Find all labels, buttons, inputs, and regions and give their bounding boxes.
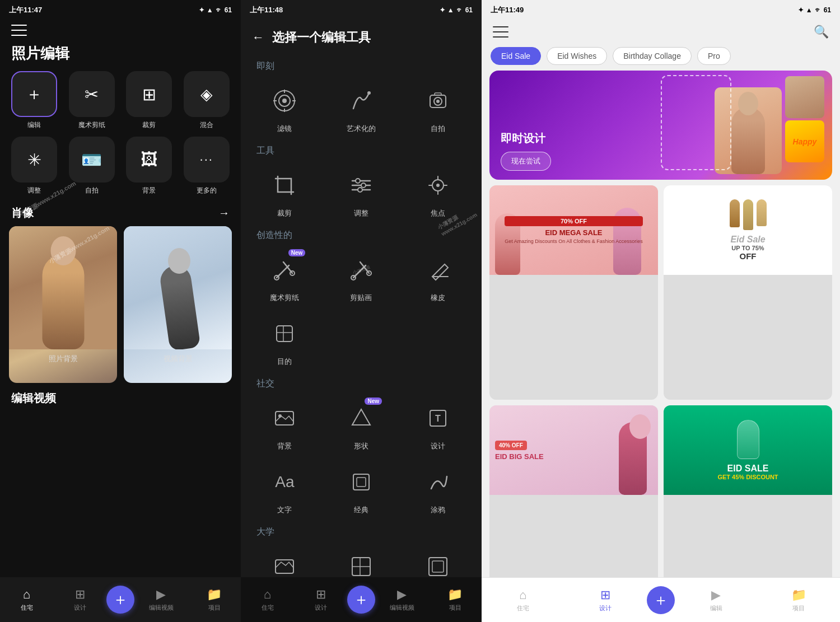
purpose-icon: [265, 314, 304, 353]
tool-classic[interactable]: 经典: [330, 462, 392, 515]
nav-add-button[interactable]: ＋: [106, 586, 134, 614]
tool-adjust2[interactable]: 调整: [330, 166, 392, 218]
tag-birthday-collage[interactable]: Birthday Collage: [613, 47, 692, 65]
tool-magic-cut2[interactable]: New 魔术剪纸: [254, 250, 315, 303]
social-row: 背景 New 形状 T 设计: [241, 393, 482, 457]
nav-design[interactable]: ⊞ 设计: [53, 587, 106, 612]
tool-design2[interactable]: T 设计: [407, 399, 469, 451]
p2-nav-add-button[interactable]: ＋: [347, 586, 375, 614]
portrait-video-bg[interactable]: 视频背景: [124, 226, 232, 383]
eid-big-badge: 40% OFF: [495, 441, 527, 450]
tool-purpose[interactable]: 目的: [254, 314, 315, 367]
tag-pro[interactable]: Pro: [697, 47, 731, 65]
edit-video-section: 编辑视频: [0, 383, 241, 410]
design-banner[interactable]: 即时设计 现在尝试 Happy: [489, 71, 832, 180]
tool-background[interactable]: 🖼 背景: [124, 137, 175, 195]
tag-row: Eid Sale Eid Wishes Birthday Collage Pro: [482, 44, 840, 71]
tool-crop[interactable]: ⊞ 裁剪: [124, 71, 175, 130]
tool-clipart[interactable]: 小薄资源 剪贴画: [330, 250, 392, 303]
tool-crop2[interactable]: 裁剪: [254, 166, 315, 218]
panel-design-templates: 上午11:49 ✦▲ᯤ61 🔍 Eid Sale Eid Wishes Birt…: [482, 0, 840, 622]
p3-nav-add-button[interactable]: ＋: [647, 586, 675, 614]
portrait-arrow[interactable]: →: [218, 207, 230, 219]
svg-point-23: [436, 184, 440, 187]
p2-edit-video-icon: ▶: [397, 587, 407, 602]
crop2-icon: [265, 166, 304, 205]
p3-nav-project[interactable]: 📁 项目: [758, 588, 841, 612]
magic-cut2-icon: New: [265, 250, 304, 289]
tool-edit-label: 编辑: [27, 120, 41, 130]
status-icons-1: ✦▲ᯤ61: [199, 6, 232, 14]
project-icon: 📁: [207, 587, 222, 602]
new-badge-magic: New: [288, 249, 306, 256]
nav-home[interactable]: ⌂ 住宅: [0, 587, 53, 612]
search-icon[interactable]: 🔍: [814, 25, 829, 39]
tool-filter[interactable]: 滤镜: [254, 81, 315, 134]
tool-text[interactable]: Aa 文字: [254, 462, 315, 515]
filter-label: 滤镜: [277, 124, 292, 134]
p3-nav-home[interactable]: ⌂ 住宅: [482, 588, 564, 612]
p2-nav-edit-video[interactable]: ▶ 编辑视频: [375, 587, 428, 612]
nav-edit-video[interactable]: ▶ 编辑视频: [134, 587, 188, 612]
tool-selfie-label: 自拍: [85, 186, 99, 195]
menu-button[interactable]: [11, 25, 27, 36]
try-now-button[interactable]: 现在尝试: [501, 152, 551, 171]
tool-eraser[interactable]: 橡皮: [407, 250, 469, 303]
magic-cut-icon-box: ✂: [69, 71, 115, 117]
tool-selfie[interactable]: 🪪 自拍: [67, 137, 118, 195]
tool-artistic[interactable]: 艺术化的: [330, 81, 392, 134]
tool-doodle[interactable]: 涂鸦: [407, 462, 469, 515]
tool-selfie2[interactable]: 自拍: [407, 81, 469, 134]
empty-cell-2: [407, 314, 469, 367]
p2-nav-home[interactable]: ⌂ 住宅: [241, 587, 294, 612]
portrait-row: 照片背景 视频背景: [0, 226, 241, 383]
background-icon: 🖼: [141, 150, 157, 169]
selfie-icon-box: 🪪: [69, 137, 115, 183]
tag-eid-wishes[interactable]: Eid Wishes: [547, 47, 607, 65]
tool-shape[interactable]: New 形状: [330, 399, 392, 451]
adjust2-label: 调整: [354, 208, 368, 218]
bg2-label: 背景: [277, 441, 292, 451]
tool-focus[interactable]: 焦点: [407, 166, 469, 218]
banner-text: 即时设计 现在尝试: [501, 131, 551, 171]
instant-tools: 滤镜 艺术化的 自拍: [241, 76, 482, 139]
p3-nav-edit[interactable]: ▶ 编辑: [675, 588, 758, 612]
selfie2-label: 自拍: [431, 124, 445, 134]
eid-mega-title: EID MEGA SALE: [505, 228, 643, 237]
panel-photo-edit: 上午11:47 ✦▲ᯤ61 照片编辑 ＋ 编辑 ✂ 魔术剪纸 ⊞ 裁剪: [0, 0, 241, 622]
eid-cosmetics-title: Eid Sale: [730, 235, 765, 245]
card-eid-mega[interactable]: 70% OFF EID MEGA SALE Get Amazing Discou…: [489, 185, 658, 400]
eid-cosmetics-up: UP TO 75%: [731, 245, 764, 251]
tag-eid-sale[interactable]: Eid Sale: [491, 47, 541, 65]
adjust-icon: ✳: [27, 150, 41, 170]
svg-point-15: [356, 179, 360, 183]
menu-button-3[interactable]: [493, 26, 508, 38]
panel-editor-tools: 上午11:48 ✦▲ᯤ61 ← 选择一个编辑工具 即刻 滤镜: [241, 0, 482, 622]
crop-icon-box: ⊞: [126, 71, 172, 117]
tool-blend[interactable]: ◈ 混合: [181, 71, 232, 130]
blend-icon: ◈: [200, 85, 213, 104]
portrait-photo-bg[interactable]: 照片背景: [9, 226, 117, 383]
p2-nav-design[interactable]: ⊞ 设计: [294, 587, 347, 612]
filter-icon: [265, 81, 304, 120]
back-button[interactable]: ←: [252, 30, 264, 45]
tool-adjust[interactable]: ✳ 调整: [9, 137, 60, 195]
creative-row: New 魔术剪纸 小薄资源 剪贴画 橡: [241, 245, 482, 308]
svg-rect-37: [357, 478, 366, 487]
p3-nav-design-label: 设计: [599, 604, 612, 612]
adjust2-icon: [342, 166, 381, 205]
p3-nav-design[interactable]: ⊞ 设计: [564, 588, 647, 612]
doodle-label: 涂鸦: [431, 505, 445, 515]
p2-nav-project[interactable]: 📁 项目: [428, 587, 482, 612]
tool-blend-label: 混合: [200, 120, 213, 130]
card-eid-cosmetics[interactable]: Eid Sale UP TO 75% OFF: [664, 185, 832, 400]
tool-more[interactable]: ··· 更多的: [181, 137, 232, 195]
tool-more-label: 更多的: [197, 186, 217, 195]
tool-edit[interactable]: ＋ 编辑: [9, 71, 60, 130]
svg-rect-11: [435, 93, 441, 95]
scissors-icon: ✂: [85, 85, 99, 104]
tool-bg2[interactable]: 背景: [254, 399, 315, 451]
nav-project[interactable]: 📁 项目: [188, 587, 241, 612]
banner-side-1: [785, 76, 824, 118]
tool-magic-cut[interactable]: ✂ 魔术剪纸: [67, 71, 118, 130]
